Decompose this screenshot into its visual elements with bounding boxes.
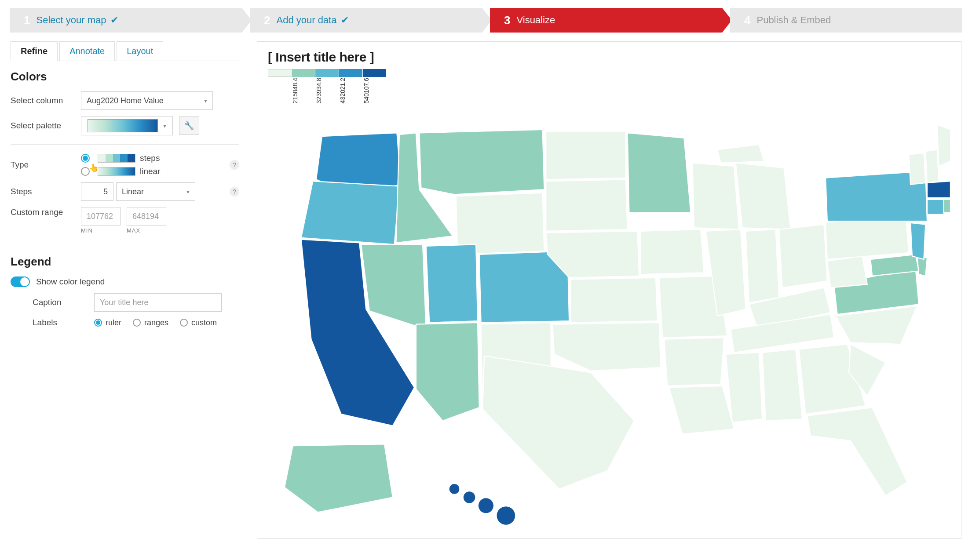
legend-tick: 215848.4 (292, 78, 299, 103)
svg-point-0 (449, 484, 460, 494)
wrench-icon: 🔧 (184, 121, 194, 131)
radio-icon (133, 319, 141, 327)
legend-tick: 323934.8 (315, 78, 322, 103)
show-legend-label: Show color legend (36, 277, 105, 287)
type-label: Type (11, 160, 81, 170)
radio-icon (94, 319, 102, 327)
legend-heading: Legend (11, 255, 239, 269)
labels-ranges-radio[interactable]: ranges (133, 318, 168, 327)
range-max-input[interactable]: 648194 (127, 207, 166, 225)
select-palette-dropdown[interactable]: ▾ (81, 116, 173, 135)
labels-ruler-radio[interactable]: ruler (94, 318, 121, 327)
select-column-label: Select column (11, 96, 81, 105)
chart-title: [ Insert title here ] (268, 50, 950, 65)
check-icon: ✔ (341, 15, 349, 26)
legend-tick: 540107.6 (363, 78, 370, 103)
step-add-data[interactable]: 2 Add your data ✔ (250, 8, 482, 33)
type-linear-radio[interactable]: linear (81, 167, 160, 176)
tab-refine[interactable]: Refine (11, 41, 58, 61)
show-legend-toggle[interactable] (11, 276, 30, 287)
select-palette-label: Select palette (11, 121, 81, 131)
legend-tick: 432021.2 (339, 78, 346, 103)
svg-point-1 (464, 491, 475, 503)
chevron-down-icon: ▾ (186, 188, 190, 195)
tab-annotate[interactable]: Annotate (59, 41, 115, 61)
range-max-label: MAX (127, 227, 166, 234)
svg-point-3 (497, 506, 515, 525)
help-icon[interactable]: ? (230, 160, 239, 170)
steps-scale-dropdown[interactable]: Linear ▾ (116, 182, 195, 201)
radio-icon (81, 167, 90, 176)
select-column-dropdown[interactable]: Aug2020 Home Value ▾ (81, 91, 213, 110)
legend-swatch (363, 69, 387, 77)
linear-swatch (98, 167, 135, 176)
step-visualize[interactable]: 3 Visualize (490, 8, 722, 33)
wizard-stepper: 1 Select your map ✔ 2 Add your data ✔ 3 … (0, 0, 972, 37)
steps-label: Steps (11, 187, 81, 196)
chevron-down-icon: ▾ (163, 122, 166, 129)
palette-swatch (88, 119, 158, 132)
caption-input[interactable]: Your title here (94, 293, 222, 312)
step-publish[interactable]: 4 Publish & Embed (730, 8, 962, 33)
caption-label: Caption (33, 298, 94, 307)
help-icon[interactable]: ? (230, 187, 239, 196)
legend-swatch (268, 69, 292, 77)
us-map (268, 113, 950, 529)
labels-custom-radio[interactable]: custom (180, 318, 217, 327)
labels-label: Labels (33, 318, 94, 327)
legend-swatch (315, 69, 339, 77)
chart-preview: [ Insert title here ] 215848.4323934.843… (257, 41, 961, 539)
refine-panel: Refine Annotate Layout Colors Select col… (11, 41, 239, 539)
legend-swatch (339, 69, 363, 77)
color-legend: 215848.4323934.8432021.2540107.6 (268, 69, 950, 113)
check-icon: ✔ (110, 15, 118, 26)
radio-icon (81, 154, 90, 163)
steps-count-input[interactable]: 5 (81, 182, 113, 201)
type-steps-radio[interactable]: steps (81, 153, 160, 163)
step-select-map[interactable]: 1 Select your map ✔ (10, 8, 242, 33)
legend-swatch (292, 69, 315, 77)
colors-heading: Colors (11, 70, 239, 84)
radio-icon (180, 319, 188, 327)
chevron-down-icon: ▾ (204, 97, 207, 104)
panel-tabs: Refine Annotate Layout (11, 41, 239, 61)
steps-swatch (98, 154, 135, 163)
palette-settings-button[interactable]: 🔧 (179, 116, 199, 135)
range-min-input[interactable]: 107762 (81, 207, 121, 225)
svg-point-2 (479, 498, 493, 513)
custom-range-label: Custom range (11, 207, 81, 218)
range-min-label: MIN (81, 227, 121, 234)
tab-layout[interactable]: Layout (117, 41, 163, 61)
